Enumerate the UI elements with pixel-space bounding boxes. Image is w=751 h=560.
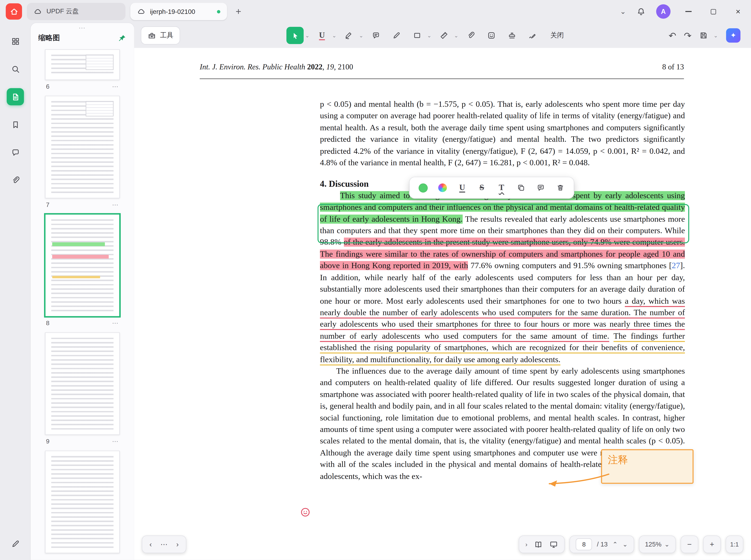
panel-drag-handle[interactable]: ⋯: [31, 23, 134, 32]
maximize-button[interactable]: [706, 4, 720, 19]
highlight-color-swatch[interactable]: [414, 180, 431, 196]
pdf-text-column: p < 0.05) and mental health (b = −1.575,…: [320, 99, 685, 482]
comment-tool-button[interactable]: [367, 27, 384, 44]
home-button[interactable]: [6, 3, 22, 20]
apps-grid-button[interactable]: [7, 33, 24, 50]
shape-tool-button[interactable]: [408, 27, 426, 44]
page-number-input[interactable]: [576, 538, 592, 551]
underline-icon: U: [319, 31, 325, 40]
annotation-toolbar: 工具 ⌄ U ⌄: [134, 23, 751, 48]
highlighter-tool-button[interactable]: [340, 27, 358, 44]
comments-panel-button[interactable]: [7, 144, 24, 161]
minimize-button[interactable]: [681, 4, 695, 19]
sticker-icon: [487, 31, 496, 40]
thumbnail-item-9: 9 ⋯: [45, 332, 120, 445]
save-button[interactable]: [699, 31, 708, 40]
running-head: Int. J. Environ. Res. Public Health 2022…: [200, 63, 353, 72]
sticky-note-annotation[interactable]: 注释: [601, 449, 693, 484]
stamp-tool-button[interactable]: [503, 27, 521, 44]
select-tool-button[interactable]: [286, 27, 304, 44]
nav-next-button[interactable]: ›: [176, 540, 179, 548]
cloud-icon: [34, 7, 42, 16]
measure-tool-dropdown[interactable]: ⌄: [454, 33, 459, 39]
text-segment: 27: [672, 261, 680, 270]
signature-tool-button[interactable]: [524, 27, 541, 44]
nav-more-button[interactable]: ⋯: [160, 540, 168, 549]
zoom-in-button[interactable]: +: [703, 535, 721, 553]
squiggly-underline-button[interactable]: T: [493, 180, 510, 196]
toolbar-right-group: ↶ ↷ ⌄ ✦: [669, 28, 744, 43]
zoom-level-label: 125%: [645, 541, 662, 548]
undo-button[interactable]: ↶: [669, 31, 676, 40]
next-page-button[interactable]: ⌄: [623, 541, 628, 548]
strikethrough-button[interactable]: S: [473, 180, 490, 196]
thumbnail-page[interactable]: [45, 49, 120, 80]
collapse-controls-button[interactable]: ›: [525, 541, 527, 548]
attachments-button[interactable]: [7, 172, 24, 189]
updf-ai-button[interactable]: ✦: [726, 28, 740, 43]
title-bar: UPDF 云盘 ijerph-19-02100 + ⌄ A ✕: [0, 0, 751, 23]
underline-button[interactable]: U: [453, 180, 471, 196]
color-picker-button[interactable]: [434, 180, 451, 196]
account-avatar[interactable]: A: [656, 4, 671, 19]
folio-page-number: 8 of 13: [662, 63, 684, 72]
quick-nav-pill: ‹ ⋯ ›: [142, 535, 186, 553]
thumbnail-page[interactable]: [45, 214, 120, 317]
tools-button[interactable]: 工具: [141, 26, 180, 44]
underline-tool-dropdown[interactable]: ⌄: [332, 33, 337, 39]
text-segment: 77.6% owning computers and 91.5% owning …: [468, 261, 672, 270]
pen-mode-button[interactable]: [7, 535, 24, 552]
thumbnail-list: 6 ⋯ 7 ⋯: [31, 47, 134, 560]
close-toolbar-button[interactable]: 关闭: [550, 31, 564, 40]
shape-tool-dropdown[interactable]: ⌄: [427, 33, 431, 39]
thumbnails-panel-button[interactable]: [7, 88, 24, 105]
pencil-tool-button[interactable]: [388, 27, 405, 44]
notifications-button[interactable]: [636, 7, 646, 16]
bookmarks-button[interactable]: [7, 116, 24, 133]
pin-panel-button[interactable]: [118, 34, 127, 42]
underline-tool-button[interactable]: U: [313, 27, 330, 44]
thumbnail-menu-button[interactable]: ⋯: [112, 438, 119, 445]
previous-page-button[interactable]: ⌃: [612, 541, 617, 548]
close-window-button[interactable]: ✕: [731, 4, 745, 19]
highlighter-icon: [345, 31, 353, 40]
copy-button[interactable]: [512, 180, 530, 196]
header-rule: [200, 78, 684, 79]
sticker-tool-button[interactable]: [483, 27, 500, 44]
presentation-mode-button[interactable]: [549, 540, 558, 549]
thumbnail-page[interactable]: [45, 96, 120, 198]
comment-icon: [11, 148, 20, 157]
pencil-icon: [392, 31, 401, 40]
nav-previous-button[interactable]: ‹: [149, 540, 152, 548]
actual-size-button[interactable]: 1:1: [726, 535, 744, 553]
thumbnail-page-number: 6: [46, 83, 49, 90]
delete-annotation-button[interactable]: [552, 180, 569, 196]
zoom-out-button[interactable]: −: [681, 535, 698, 553]
thumbnail-page[interactable]: [45, 451, 120, 553]
zoom-level-dropdown[interactable]: 125% ⌄: [639, 535, 676, 553]
save-dropdown[interactable]: ⌄: [714, 33, 718, 39]
comment-icon: [536, 183, 545, 192]
trash-icon: [556, 183, 565, 192]
collapse-toolbar-icon[interactable]: ⌄: [620, 7, 626, 16]
attach-file-tool-button[interactable]: [462, 27, 480, 44]
tab-updf-cloud[interactable]: UPDF 云盘: [27, 3, 125, 20]
add-comment-button[interactable]: [532, 180, 549, 196]
highlighter-tool-dropdown[interactable]: ⌄: [359, 33, 364, 39]
thumbnail-menu-button[interactable]: ⋯: [112, 319, 119, 327]
thumbnail-page[interactable]: [45, 332, 120, 435]
reading-mode-button[interactable]: [534, 540, 543, 549]
measure-tool-button[interactable]: [435, 27, 452, 44]
left-icon-rail: [0, 23, 31, 560]
new-tab-button[interactable]: +: [232, 6, 245, 17]
tab-document[interactable]: ijerph-19-02100: [130, 3, 227, 20]
thumbnail-item-6: 6 ⋯: [45, 49, 120, 90]
search-button[interactable]: [7, 60, 24, 78]
comment-anchor-icon[interactable]: [300, 507, 311, 518]
strikethrough-icon: S: [480, 183, 484, 193]
thumbnail-menu-button[interactable]: ⋯: [112, 83, 119, 90]
thumbnail-menu-button[interactable]: ⋯: [112, 201, 119, 208]
redo-button[interactable]: ↷: [684, 31, 691, 40]
select-tool-dropdown[interactable]: ⌄: [305, 33, 310, 39]
copy-icon: [517, 183, 525, 192]
